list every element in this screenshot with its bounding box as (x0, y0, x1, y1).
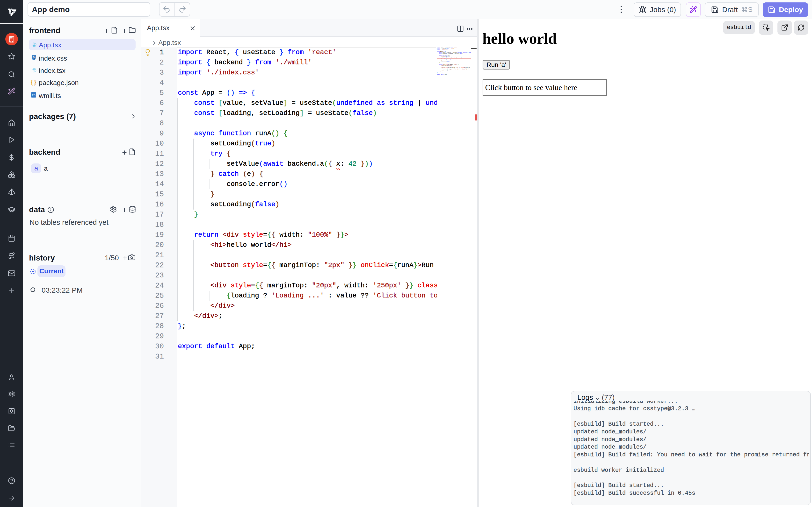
svg-text:3: 3 (33, 56, 35, 59)
